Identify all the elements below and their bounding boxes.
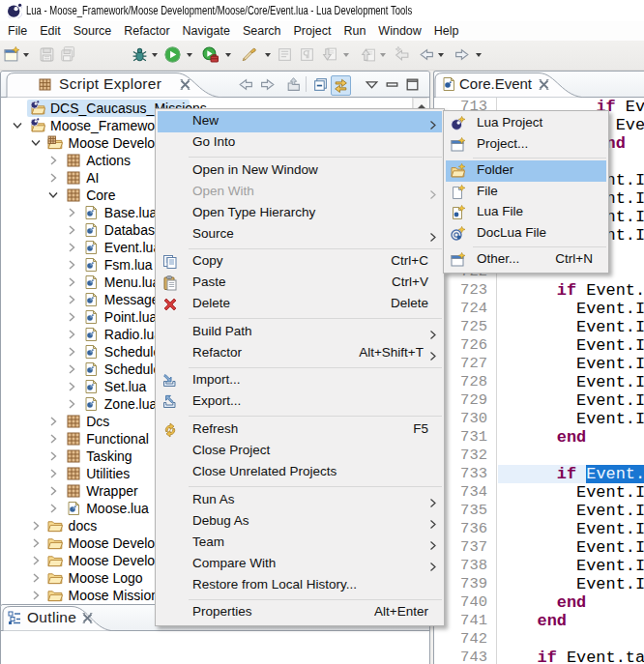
new-wizard-button[interactable] <box>4 46 20 63</box>
chevron-right-icon[interactable] <box>47 485 59 497</box>
menu-item-open-type-hierarchy[interactable]: Open Type Hierarchy <box>156 203 444 224</box>
view-up-button[interactable] <box>284 75 303 94</box>
menu-item-other[interactable]: Other...Ctrl+N <box>444 249 608 271</box>
minimize-button[interactable] <box>383 75 401 94</box>
menu-item-export[interactable]: Export... <box>156 391 444 413</box>
menu-item-debug-as[interactable]: Debug As <box>156 511 444 533</box>
chevron-right-icon[interactable] <box>47 450 59 462</box>
chevron-right-icon[interactable] <box>66 224 77 236</box>
mark-occurrences-button[interactable] <box>241 46 257 63</box>
new-wizard-button-dropdown-icon[interactable] <box>23 53 29 57</box>
menu-item-compare-with[interactable]: Compare With <box>156 554 444 575</box>
menubar-item-refactor[interactable]: Refactor <box>124 21 169 41</box>
menu-item-close-project[interactable]: Close Project <box>156 441 444 462</box>
chevron-down-icon[interactable] <box>12 120 23 131</box>
menu-item-doclua-file[interactable]: DocLua File <box>444 223 608 245</box>
menu-item-lua-project[interactable]: Lua Project <box>444 113 608 134</box>
menu-item-go-into[interactable]: Go Into <box>156 132 444 154</box>
menu-item-import[interactable]: Import... <box>156 370 444 391</box>
tab-outline[interactable]: Outline <box>2 605 118 631</box>
chevron-right-icon[interactable] <box>47 172 59 184</box>
chevron-down-icon[interactable] <box>30 137 42 149</box>
tab-core-event[interactable]: Core.Event <box>434 72 589 98</box>
chevron-right-icon[interactable] <box>66 294 77 305</box>
code-line-733: if Event.initiator then <box>498 465 644 483</box>
menu-item-refactor[interactable]: RefactorAlt+Shift+T <box>156 343 444 364</box>
mark-occurrences-button-dropdown-icon[interactable] <box>265 53 271 57</box>
menu-item-delete[interactable]: DeleteDelete <box>156 294 444 315</box>
menubar-item-source[interactable]: Source <box>73 21 112 41</box>
forward-button-dropdown-icon[interactable] <box>476 53 482 57</box>
debug-button[interactable] <box>132 46 148 63</box>
menu-item-copy[interactable]: CopyCtrl+C <box>156 251 444 273</box>
menu-item-new[interactable]: New <box>156 111 444 132</box>
chevron-right-icon[interactable] <box>30 537 42 549</box>
view-menu-button[interactable] <box>363 75 381 94</box>
close-icon[interactable] <box>180 79 190 90</box>
menubar-item-file[interactable]: File <box>8 21 27 41</box>
menu-item-project[interactable]: Project... <box>444 134 608 156</box>
maximize-button[interactable] <box>403 75 422 94</box>
menubar-item-edit[interactable]: Edit <box>40 21 61 41</box>
back-button-dropdown-icon[interactable] <box>438 53 444 57</box>
menu-item-refresh[interactable]: RefreshF5 <box>156 419 444 441</box>
close-icon[interactable] <box>539 79 549 90</box>
menu-item-run-as[interactable]: Run As <box>156 490 444 511</box>
menu-item-source[interactable]: Source <box>156 224 444 245</box>
menubar-item-window[interactable]: Window <box>378 21 421 41</box>
menubar-item-help[interactable]: Help <box>434 21 459 41</box>
import-icon <box>162 373 178 389</box>
tree-item-label: Tasking <box>86 448 132 464</box>
run-external-button-dropdown-icon[interactable] <box>225 53 231 57</box>
lua-file-new-icon <box>451 205 466 220</box>
chevron-right-icon[interactable] <box>66 207 77 218</box>
chevron-right-icon[interactable] <box>30 590 42 601</box>
chevron-down-icon[interactable] <box>47 189 59 201</box>
run-button-dropdown-icon[interactable] <box>187 53 192 57</box>
chevron-right-icon[interactable] <box>66 329 77 340</box>
menu-item-open-in-new-window[interactable]: Open in New Window <box>156 160 444 182</box>
chevron-right-icon[interactable] <box>66 276 77 288</box>
chevron-right-icon[interactable] <box>66 346 77 358</box>
run-external-button[interactable] <box>202 46 219 63</box>
chevron-right-icon[interactable] <box>66 242 77 253</box>
menu-item-label: Open in New Window <box>192 162 318 177</box>
menubar-item-project[interactable]: Project <box>294 21 332 41</box>
menu-item-close-unrelated-projects[interactable]: Close Unrelated Projects <box>156 462 444 483</box>
menu-item-restore-from-local-history[interactable]: Restore from Local History... <box>156 575 444 596</box>
menu-item-build-path[interactable]: Build Path <box>156 322 444 343</box>
chevron-right-icon[interactable] <box>30 520 42 532</box>
chevron-right-icon[interactable] <box>47 416 59 427</box>
menu-item-lua-file[interactable]: Lua File <box>444 202 608 223</box>
folder-icon <box>47 570 63 586</box>
link-with-editor-button[interactable] <box>331 75 351 96</box>
collapse-all-button[interactable] <box>311 75 330 94</box>
menu-item-folder[interactable]: Folder <box>444 160 608 182</box>
menu-item-team[interactable]: Team <box>156 533 444 554</box>
back-button[interactable] <box>418 46 434 63</box>
chevron-right-icon[interactable] <box>47 433 59 445</box>
chevron-right-icon[interactable] <box>47 503 59 514</box>
menubar-item-search[interactable]: Search <box>243 21 281 41</box>
close-icon[interactable] <box>82 613 93 623</box>
chevron-right-icon[interactable] <box>47 155 59 166</box>
chevron-right-icon[interactable] <box>66 381 77 392</box>
menu-item-file[interactable]: File <box>444 182 608 203</box>
view-back-button[interactable] <box>236 75 254 94</box>
chevron-right-icon[interactable] <box>66 259 77 271</box>
chevron-right-icon[interactable] <box>66 311 77 323</box>
view-forward-button[interactable] <box>259 75 278 94</box>
menubar-item-run[interactable]: Run <box>343 21 366 41</box>
chevron-right-icon[interactable] <box>30 572 42 584</box>
menu-item-paste[interactable]: PasteCtrl+V <box>156 273 444 294</box>
tab-script-explorer[interactable]: Script Explorer <box>6 72 226 98</box>
chevron-right-icon[interactable] <box>66 363 77 375</box>
menu-item-properties[interactable]: PropertiesAlt+Enter <box>156 602 444 623</box>
debug-button-dropdown-icon[interactable] <box>152 53 158 57</box>
menubar-item-navigate[interactable]: Navigate <box>183 21 230 41</box>
forward-button[interactable] <box>454 46 471 63</box>
chevron-right-icon[interactable] <box>66 398 77 410</box>
chevron-right-icon[interactable] <box>47 468 59 479</box>
run-button[interactable] <box>164 46 181 63</box>
chevron-right-icon[interactable] <box>30 555 42 566</box>
